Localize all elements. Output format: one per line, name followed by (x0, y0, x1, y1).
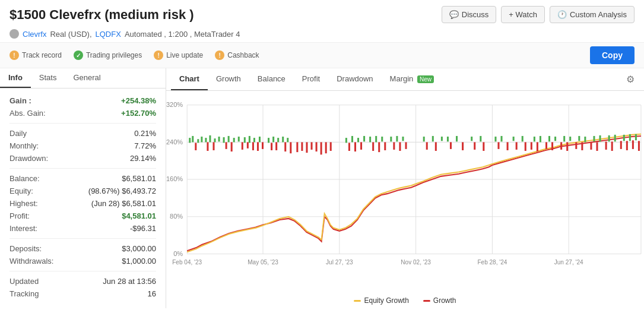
svg-rect-80 (396, 136, 398, 141)
svg-rect-87 (441, 137, 443, 141)
stat-drawdown: Drawdown: 29.14% (9, 152, 156, 165)
svg-rect-112 (545, 142, 547, 148)
svg-rect-132 (620, 141, 622, 149)
growth-dot (423, 300, 430, 302)
svg-text:240%: 240% (166, 138, 183, 145)
account-details: Automated , 1:200 , MetaTrader 4 (125, 30, 240, 39)
svg-rect-104 (516, 142, 518, 150)
svg-rect-114 (563, 136, 565, 141)
svg-rect-32 (228, 136, 230, 142)
svg-rect-117 (566, 142, 568, 151)
svg-rect-23 (189, 138, 191, 143)
stat-tracking: Tracking 16 (9, 287, 156, 300)
status-bar: ! Track record ✓ Trading privileges ! Li… (0, 42, 644, 68)
svg-rect-121 (581, 142, 583, 150)
svg-rect-81 (402, 137, 404, 141)
svg-text:160%: 160% (166, 175, 183, 182)
svg-rect-60 (306, 142, 307, 153)
svg-rect-41 (212, 142, 214, 150)
svg-rect-90 (447, 137, 449, 141)
main-content: Info Stats General Gain : +254.38% Abs. … (0, 68, 644, 308)
svg-rect-62 (316, 142, 318, 151)
svg-rect-116 (560, 142, 562, 150)
svg-rect-38 (259, 137, 261, 142)
tab-general[interactable]: General (65, 68, 109, 88)
svg-rect-74 (375, 136, 377, 142)
tab-profit[interactable]: Profit (294, 68, 328, 90)
svg-rect-110 (548, 136, 550, 141)
svg-rect-115 (569, 137, 571, 141)
svg-rect-123 (599, 135, 601, 141)
svg-rect-73 (369, 137, 371, 142)
svg-rect-101 (507, 142, 509, 150)
svg-rect-96 (474, 142, 475, 150)
svg-rect-130 (623, 135, 625, 141)
tab-growth[interactable]: Growth (208, 68, 249, 90)
stat-balance: Balance: $6,581.01 (9, 172, 156, 185)
custom-analysis-button[interactable]: 🕐 Custom Analysis (550, 6, 635, 23)
stats-table: Gain : +254.38% Abs. Gain: +152.70% Dail… (0, 89, 166, 306)
ok-icon: ✓ (74, 50, 83, 60)
svg-rect-131 (629, 134, 631, 141)
copy-button[interactable]: Copy (590, 46, 635, 64)
discuss-button[interactable]: 💬 Discuss (442, 6, 497, 23)
legend-growth: Growth (423, 296, 456, 305)
svg-rect-58 (296, 142, 298, 152)
filter-icon[interactable]: ⚙ (621, 69, 639, 90)
right-tabs: Chart Growth Balance Profit Drawdown Mar… (166, 68, 644, 91)
stat-profit: Profit: $4,581.01 (9, 210, 156, 222)
track-record-status: ! Track record (9, 50, 62, 60)
tab-stats[interactable]: Stats (31, 68, 65, 88)
svg-rect-100 (497, 142, 499, 148)
tab-drawdown[interactable]: Drawdown (328, 68, 381, 90)
stat-monthly: Monthly: 7.72% (9, 140, 156, 152)
svg-rect-37 (253, 138, 255, 142)
tab-info[interactable]: Info (0, 68, 31, 88)
svg-text:320%: 320% (166, 101, 183, 108)
svg-rect-136 (638, 141, 640, 151)
tab-chart[interactable]: Chart (171, 68, 208, 90)
svg-rect-76 (372, 142, 374, 151)
svg-text:80%: 80% (170, 213, 183, 220)
page-header: $1500 Clevefrx (medium risk ) 💬 Discuss … (0, 0, 644, 27)
svg-rect-69 (363, 136, 365, 141)
svg-rect-124 (590, 142, 592, 150)
svg-rect-105 (525, 142, 526, 151)
svg-rect-118 (578, 136, 580, 141)
svg-rect-51 (277, 138, 279, 142)
live-update-status: ! Live update (154, 50, 203, 60)
user-link[interactable]: Clevrfx (23, 30, 46, 39)
svg-rect-119 (584, 137, 586, 142)
equity-growth-label: Equity Growth (364, 296, 408, 305)
svg-rect-43 (231, 142, 233, 151)
svg-rect-53 (275, 142, 277, 150)
svg-rect-91 (456, 136, 458, 141)
chart-legend: Equity Growth Growth (166, 293, 644, 308)
status-items: ! Track record ✓ Trading privileges ! Li… (9, 50, 259, 60)
stat-gain: Gain : +254.38% (9, 94, 156, 107)
svg-text:Jun 27, '24: Jun 27, '24 (554, 259, 583, 266)
broker-link[interactable]: LQDFX (96, 30, 121, 39)
discuss-icon: 💬 (449, 10, 459, 19)
svg-rect-125 (597, 142, 598, 151)
svg-rect-42 (226, 142, 227, 148)
svg-rect-28 (209, 135, 211, 142)
equity-growth-dot (354, 300, 361, 302)
stat-daily: Daily 0.21% (9, 127, 156, 140)
svg-rect-99 (501, 136, 503, 141)
svg-rect-102 (513, 137, 515, 141)
tab-balance[interactable]: Balance (249, 68, 294, 90)
svg-rect-36 (249, 136, 250, 143)
live-update-label: Live update (166, 51, 203, 59)
svg-rect-59 (301, 142, 303, 151)
svg-rect-56 (284, 142, 286, 151)
tab-margin[interactable]: Margin New (382, 68, 442, 90)
watch-button[interactable]: + Watch (501, 6, 545, 23)
svg-rect-63 (321, 142, 322, 154)
svg-text:Jul 27, '23: Jul 27, '23 (326, 259, 353, 266)
svg-text:Feb 28, '24: Feb 28, '24 (477, 259, 507, 266)
svg-rect-27 (205, 138, 207, 142)
svg-rect-29 (214, 138, 216, 142)
svg-text:0%: 0% (173, 249, 183, 257)
header-actions: 💬 Discuss + Watch 🕐 Custom Analysis (442, 6, 635, 23)
